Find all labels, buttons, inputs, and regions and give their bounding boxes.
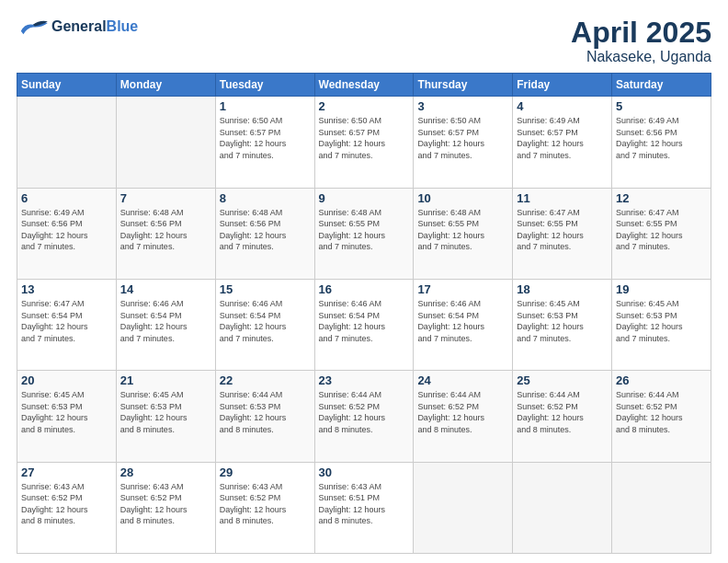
calendar-cell: 27Sunrise: 6:43 AM Sunset: 6:52 PM Dayli… [17,462,117,553]
day-number: 27 [21,465,112,479]
day-info: Sunrise: 6:44 AM Sunset: 6:53 PM Dayligh… [220,389,311,435]
week-row-5: 27Sunrise: 6:43 AM Sunset: 6:52 PM Dayli… [17,462,711,553]
day-info: Sunrise: 6:48 AM Sunset: 6:55 PM Dayligh… [319,207,410,253]
calendar-cell: 11Sunrise: 6:47 AM Sunset: 6:55 PM Dayli… [513,188,612,279]
calendar-cell: 20Sunrise: 6:45 AM Sunset: 6:53 PM Dayli… [17,371,117,462]
day-info: Sunrise: 6:48 AM Sunset: 6:55 PM Dayligh… [417,207,508,253]
calendar-cell [612,462,711,553]
day-number: 14 [120,282,211,296]
day-number: 6 [21,191,112,205]
calendar-cell: 2Sunrise: 6:50 AM Sunset: 6:57 PM Daylig… [314,97,414,188]
day-number: 5 [616,99,707,113]
calendar-cell: 9Sunrise: 6:48 AM Sunset: 6:55 PM Daylig… [314,188,414,279]
calendar-cell: 28Sunrise: 6:43 AM Sunset: 6:52 PM Dayli… [116,462,215,553]
week-row-1: 1Sunrise: 6:50 AM Sunset: 6:57 PM Daylig… [17,97,711,188]
day-info: Sunrise: 6:46 AM Sunset: 6:54 PM Dayligh… [319,298,410,344]
day-number: 2 [319,99,410,113]
day-info: Sunrise: 6:44 AM Sunset: 6:52 PM Dayligh… [319,389,410,435]
day-info: Sunrise: 6:43 AM Sunset: 6:52 PM Dayligh… [21,481,112,527]
page: GeneralBlue April 2025 Nakaseke, Uganda … [0,0,728,563]
calendar-cell: 29Sunrise: 6:43 AM Sunset: 6:52 PM Dayli… [215,462,314,553]
calendar-cell: 16Sunrise: 6:46 AM Sunset: 6:54 PM Dayli… [314,279,414,370]
day-info: Sunrise: 6:49 AM Sunset: 6:56 PM Dayligh… [616,115,707,161]
col-sunday: Sunday [17,74,117,97]
calendar-cell [116,97,215,188]
logo-text-blue: Blue [107,18,139,34]
col-saturday: Saturday [612,74,711,97]
day-number: 3 [417,99,508,113]
day-info: Sunrise: 6:45 AM Sunset: 6:53 PM Dayligh… [21,389,112,435]
day-info: Sunrise: 6:50 AM Sunset: 6:57 PM Dayligh… [220,115,311,161]
calendar-cell: 8Sunrise: 6:48 AM Sunset: 6:56 PM Daylig… [215,188,314,279]
calendar-cell: 5Sunrise: 6:49 AM Sunset: 6:56 PM Daylig… [612,97,711,188]
day-info: Sunrise: 6:50 AM Sunset: 6:57 PM Dayligh… [417,115,508,161]
day-info: Sunrise: 6:43 AM Sunset: 6:51 PM Dayligh… [319,481,410,527]
day-info: Sunrise: 6:46 AM Sunset: 6:54 PM Dayligh… [220,298,311,344]
calendar-cell: 25Sunrise: 6:44 AM Sunset: 6:52 PM Dayli… [513,371,612,462]
day-number: 13 [21,282,112,296]
calendar-cell: 4Sunrise: 6:49 AM Sunset: 6:57 PM Daylig… [513,97,612,188]
day-info: Sunrise: 6:46 AM Sunset: 6:54 PM Dayligh… [417,298,508,344]
calendar-subtitle: Nakaseke, Uganda [571,49,711,65]
day-info: Sunrise: 6:48 AM Sunset: 6:56 PM Dayligh… [120,207,211,253]
col-monday: Monday [116,74,215,97]
day-number: 23 [319,373,410,387]
day-info: Sunrise: 6:45 AM Sunset: 6:53 PM Dayligh… [120,389,211,435]
calendar-cell: 15Sunrise: 6:46 AM Sunset: 6:54 PM Dayli… [215,279,314,370]
calendar-cell [513,462,612,553]
day-info: Sunrise: 6:49 AM Sunset: 6:57 PM Dayligh… [517,115,608,161]
day-number: 4 [517,99,608,113]
day-info: Sunrise: 6:45 AM Sunset: 6:53 PM Dayligh… [616,298,707,344]
day-number: 29 [220,465,311,479]
calendar-cell [17,97,117,188]
day-info: Sunrise: 6:46 AM Sunset: 6:54 PM Dayligh… [120,298,211,344]
calendar-title: April 2025 [571,17,711,49]
day-number: 7 [120,191,211,205]
day-number: 17 [417,282,508,296]
day-number: 1 [220,99,311,113]
calendar-cell: 21Sunrise: 6:45 AM Sunset: 6:53 PM Dayli… [116,371,215,462]
header: GeneralBlue April 2025 Nakaseke, Uganda [17,17,711,65]
day-number: 16 [319,282,410,296]
day-info: Sunrise: 6:44 AM Sunset: 6:52 PM Dayligh… [616,389,707,435]
day-number: 12 [616,191,707,205]
week-row-4: 20Sunrise: 6:45 AM Sunset: 6:53 PM Dayli… [17,371,711,462]
day-info: Sunrise: 6:44 AM Sunset: 6:52 PM Dayligh… [417,389,508,435]
day-number: 20 [21,373,112,387]
day-info: Sunrise: 6:44 AM Sunset: 6:52 PM Dayligh… [517,389,608,435]
day-number: 25 [517,373,608,387]
calendar-cell: 13Sunrise: 6:47 AM Sunset: 6:54 PM Dayli… [17,279,117,370]
day-number: 26 [616,373,707,387]
logo: GeneralBlue [17,17,138,37]
day-info: Sunrise: 6:49 AM Sunset: 6:56 PM Dayligh… [21,207,112,253]
week-row-3: 13Sunrise: 6:47 AM Sunset: 6:54 PM Dayli… [17,279,711,370]
col-thursday: Thursday [414,74,513,97]
calendar-cell: 10Sunrise: 6:48 AM Sunset: 6:55 PM Dayli… [414,188,513,279]
day-info: Sunrise: 6:43 AM Sunset: 6:52 PM Dayligh… [120,481,211,527]
day-info: Sunrise: 6:50 AM Sunset: 6:57 PM Dayligh… [319,115,410,161]
col-tuesday: Tuesday [215,74,314,97]
day-number: 28 [120,465,211,479]
title-block: April 2025 Nakaseke, Uganda [571,17,711,65]
calendar-cell: 14Sunrise: 6:46 AM Sunset: 6:54 PM Dayli… [116,279,215,370]
calendar-cell: 30Sunrise: 6:43 AM Sunset: 6:51 PM Dayli… [314,462,414,553]
day-info: Sunrise: 6:45 AM Sunset: 6:53 PM Dayligh… [517,298,608,344]
day-info: Sunrise: 6:47 AM Sunset: 6:55 PM Dayligh… [616,207,707,253]
calendar-cell: 1Sunrise: 6:50 AM Sunset: 6:57 PM Daylig… [215,97,314,188]
day-number: 21 [120,373,211,387]
calendar-cell: 12Sunrise: 6:47 AM Sunset: 6:55 PM Dayli… [612,188,711,279]
day-number: 19 [616,282,707,296]
week-row-2: 6Sunrise: 6:49 AM Sunset: 6:56 PM Daylig… [17,188,711,279]
logo-icon [17,17,50,37]
day-info: Sunrise: 6:47 AM Sunset: 6:55 PM Dayligh… [517,207,608,253]
day-info: Sunrise: 6:43 AM Sunset: 6:52 PM Dayligh… [220,481,311,527]
day-number: 18 [517,282,608,296]
calendar-cell: 26Sunrise: 6:44 AM Sunset: 6:52 PM Dayli… [612,371,711,462]
day-number: 22 [220,373,311,387]
col-friday: Friday [513,74,612,97]
day-info: Sunrise: 6:48 AM Sunset: 6:56 PM Dayligh… [220,207,311,253]
calendar-cell: 18Sunrise: 6:45 AM Sunset: 6:53 PM Dayli… [513,279,612,370]
day-number: 8 [220,191,311,205]
day-number: 30 [319,465,410,479]
calendar-table: Sunday Monday Tuesday Wednesday Thursday… [17,73,711,554]
